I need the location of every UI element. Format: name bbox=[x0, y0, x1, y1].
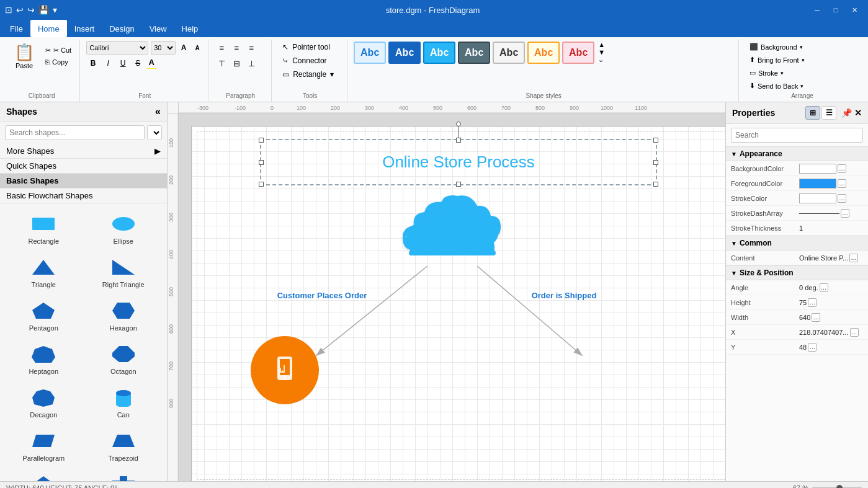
font-family-select[interactable]: Calibri bbox=[86, 41, 148, 55]
handle-rotate[interactable] bbox=[456, 122, 461, 126]
foreground-color-expand[interactable]: … bbox=[838, 179, 846, 188]
align-middle-button[interactable]: ⊟ bbox=[230, 56, 243, 70]
shape-trapezoid[interactable]: Trapezoid bbox=[85, 425, 163, 466]
prop-stroke-thickness[interactable]: StrokeThickness 1 bbox=[726, 221, 868, 236]
background-color-expand[interactable]: … bbox=[838, 164, 846, 173]
font-color-button[interactable]: A bbox=[146, 58, 157, 69]
props-list-view[interactable]: ☰ bbox=[821, 106, 836, 120]
style-swatch-4[interactable]: Abc bbox=[458, 42, 490, 64]
height-expand[interactable]: … bbox=[808, 298, 817, 307]
background-color-swatch[interactable] bbox=[799, 164, 836, 174]
handle-mr[interactable] bbox=[653, 160, 658, 165]
stroke-color-expand[interactable]: … bbox=[838, 194, 846, 203]
menu-help[interactable]: Help bbox=[174, 20, 206, 37]
style-swatch-3[interactable]: Abc bbox=[423, 42, 455, 64]
content-expand[interactable]: … bbox=[849, 254, 858, 262]
quick-access-dropdown[interactable]: ▾ bbox=[53, 5, 57, 15]
shape-parallelogram[interactable]: Parallelogram bbox=[5, 425, 83, 466]
font-size-decrease[interactable]: A bbox=[192, 42, 203, 53]
paste-button[interactable]: 📋 Paste bbox=[9, 41, 40, 71]
menu-insert[interactable]: Insert bbox=[67, 20, 102, 37]
shipped-label[interactable]: Order is Shipped bbox=[508, 291, 620, 300]
category-more-shapes[interactable]: More Shapes ▶ bbox=[0, 144, 167, 159]
shape-diamond[interactable]: Diamond bbox=[5, 469, 83, 481]
menu-home[interactable]: Home bbox=[30, 20, 67, 37]
pointer-tool-button[interactable]: ↖ Pointer tool bbox=[278, 41, 338, 53]
stroke-dash-expand[interactable]: … bbox=[841, 209, 849, 218]
angle-expand[interactable]: … bbox=[820, 283, 828, 292]
shape-triangle[interactable]: Triangle bbox=[5, 252, 83, 293]
prop-angle[interactable]: Angle 0 deg. … bbox=[726, 280, 868, 295]
background-button[interactable]: ⬛ Background ▾ bbox=[745, 41, 809, 53]
rectangle-dropdown-arrow[interactable]: ▾ bbox=[330, 70, 334, 79]
prop-height[interactable]: Height 75 … bbox=[726, 295, 868, 310]
save-icon[interactable]: 💾 bbox=[38, 5, 49, 15]
y-expand[interactable]: … bbox=[808, 343, 817, 352]
style-swatch-6[interactable]: Abc bbox=[527, 42, 560, 64]
style-swatch-2[interactable]: Abc bbox=[388, 42, 421, 64]
prop-stroke-color[interactable]: StrokeColor … bbox=[726, 191, 868, 206]
send-to-back-button[interactable]: ⬇ Send to Back ▾ bbox=[745, 80, 809, 92]
styles-scroll-up[interactable]: ▲ bbox=[598, 41, 605, 48]
shape-right-triangle[interactable]: Right Triangle bbox=[85, 252, 163, 293]
size-position-section-header[interactable]: ▼ Size & Position bbox=[726, 265, 868, 280]
italic-button[interactable]: I bbox=[101, 56, 115, 70]
style-swatch-7[interactable]: Abc bbox=[562, 42, 594, 64]
handle-bl[interactable] bbox=[259, 182, 264, 187]
font-size-select[interactable]: 30 bbox=[151, 41, 176, 55]
handle-br[interactable] bbox=[653, 182, 658, 187]
prop-y[interactable]: Y 48 … bbox=[726, 340, 868, 355]
align-bottom-button[interactable]: ⊥ bbox=[244, 56, 258, 70]
collapse-icon[interactable]: « bbox=[155, 106, 161, 117]
title-shape[interactable]: Online Store Process bbox=[260, 139, 657, 185]
style-swatch-5[interactable]: Abc bbox=[493, 42, 525, 64]
customer-label[interactable]: Customer Places Order bbox=[266, 291, 378, 300]
bring-to-front-button[interactable]: ⬆ Bring to Front ▾ bbox=[745, 54, 809, 66]
prop-stroke-dash[interactable]: StrokeDashArray ————— … bbox=[726, 206, 868, 221]
shape-octagon[interactable]: Octagon bbox=[85, 339, 163, 379]
zoom-thumb[interactable] bbox=[836, 485, 843, 489]
handle-tl[interactable] bbox=[259, 138, 264, 143]
align-top-button[interactable]: ⊤ bbox=[215, 56, 228, 70]
props-grid-view[interactable]: ⊞ bbox=[805, 106, 820, 120]
minimize-button[interactable]: ─ bbox=[808, 4, 826, 16]
handle-tm[interactable] bbox=[456, 138, 461, 143]
menu-file[interactable]: File bbox=[2, 20, 30, 37]
shape-hexagon[interactable]: Hexagon bbox=[85, 295, 163, 336]
prop-width[interactable]: Width 640 … bbox=[726, 310, 868, 325]
canvas-scroll[interactable]: Online Store Process bbox=[179, 113, 725, 481]
font-size-increase[interactable]: A bbox=[178, 42, 189, 53]
appearance-section-header[interactable]: ▼ Appearance bbox=[726, 146, 868, 161]
shape-pentagon[interactable]: Pentagon bbox=[5, 295, 83, 336]
styles-scroll-down[interactable]: ▼ bbox=[598, 48, 605, 56]
underline-button[interactable]: U bbox=[116, 56, 130, 70]
shape-ellipse[interactable]: Ellipse bbox=[85, 208, 163, 249]
handle-bm[interactable] bbox=[456, 182, 461, 187]
styles-more[interactable]: ⌄ bbox=[598, 56, 605, 64]
copy-button[interactable]: ⎘Copy bbox=[42, 57, 74, 67]
undo-icon[interactable]: ↩ bbox=[16, 5, 24, 15]
rectangle-tool-button[interactable]: ▭ Rectangle ▾ bbox=[278, 68, 338, 81]
connector-tool-button[interactable]: ⤷ Connector bbox=[278, 55, 338, 67]
shape-cross[interactable]: Cross bbox=[85, 469, 163, 481]
prop-background-color[interactable]: BackgroundColor … bbox=[726, 161, 868, 176]
category-basic-flowchart[interactable]: Basic Flowchart Shapes bbox=[0, 189, 167, 203]
shape-decagon[interactable]: Decagon bbox=[5, 382, 83, 423]
canvas[interactable]: Online Store Process bbox=[191, 126, 725, 481]
shape-heptagon[interactable]: Heptagon bbox=[5, 339, 83, 379]
foreground-color-swatch[interactable] bbox=[799, 179, 836, 189]
menu-design[interactable]: Design bbox=[102, 20, 141, 37]
stroke-color-swatch[interactable] bbox=[799, 193, 836, 203]
align-center-button[interactable]: ≡ bbox=[230, 41, 243, 55]
category-quick-shapes[interactable]: Quick Shapes bbox=[0, 159, 167, 174]
props-search-input[interactable] bbox=[731, 128, 863, 143]
menu-view[interactable]: View bbox=[142, 20, 174, 37]
shapes-search-input[interactable] bbox=[5, 125, 145, 140]
maximize-button[interactable]: □ bbox=[827, 4, 844, 16]
handle-ml[interactable] bbox=[259, 160, 264, 165]
align-right-button[interactable]: ≡ bbox=[244, 41, 258, 55]
shape-can[interactable]: Can bbox=[85, 382, 163, 423]
width-expand[interactable]: … bbox=[812, 313, 820, 322]
props-pin-icon[interactable]: 📌 bbox=[841, 108, 852, 118]
handle-tr[interactable] bbox=[653, 138, 658, 143]
